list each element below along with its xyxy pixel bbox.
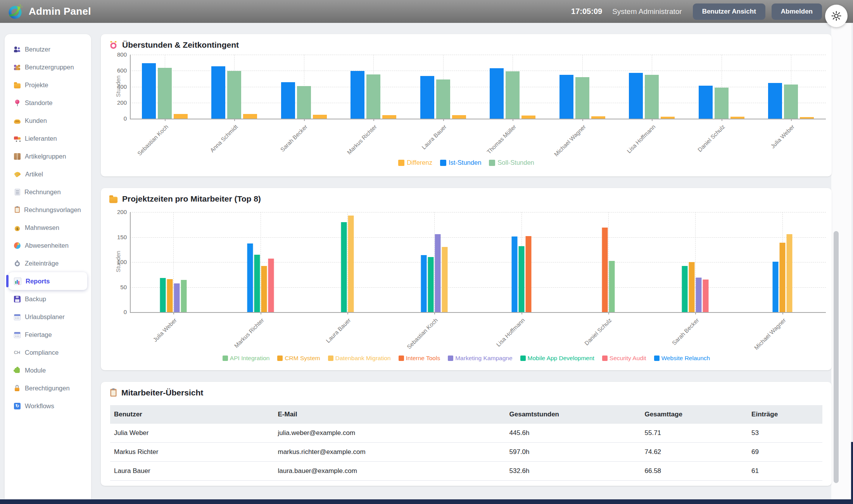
bar-sarah-becker-marketing-kampagne <box>696 278 702 312</box>
table-cell-benutzer: Markus Richter <box>110 443 274 462</box>
sidebar-item-label: Feiertage <box>25 331 52 338</box>
sidebar-item-artikelgruppen[interactable]: Artikelgruppen <box>9 147 87 165</box>
calendar-icon <box>14 332 21 338</box>
legend-item-api-integration[interactable]: API Integration <box>223 355 270 362</box>
marketing-kampagne-swatch-icon <box>448 356 453 361</box>
sidebar-item-projekte[interactable]: Projekte <box>9 76 87 94</box>
x-axis-label-sarah-becker: Sarah Becker <box>670 317 700 346</box>
legend-label: Mobile App Development <box>528 355 594 362</box>
bar-group-michael-wagner <box>559 55 605 119</box>
gridline-y150 <box>130 237 826 238</box>
x-axis-tick <box>791 119 792 121</box>
legend-label: Interne Tools <box>406 355 440 362</box>
sidebar-item-reports[interactable]: Reports <box>9 272 87 290</box>
card-employee-table: Mitarbeiter-Übersicht BenutzerE-MailGesa… <box>101 382 832 486</box>
sidebar-item-label: Benutzer <box>25 46 50 53</box>
sidebar-item-urlaubsplaner[interactable]: Urlaubsplaner <box>9 308 87 326</box>
table-row: Julia Weberjulia.weber@example.com445.6h… <box>110 424 822 443</box>
sidebar-item-zeiteintraege[interactable]: Zeiteinträge <box>9 254 87 272</box>
legend-item-interne-tools[interactable]: Interne Tools <box>399 355 440 362</box>
sidebar-item-rechnungsvorlagen[interactable]: Rechnungsvorlagen <box>9 201 87 219</box>
x-axis-label-thomas-mueller: Thomas Müller <box>485 123 517 155</box>
table-header-eintraege: Einträge <box>748 405 822 424</box>
sidebar-item-label: Workflows <box>25 402 54 410</box>
y-axis-label: Stunden <box>115 75 121 97</box>
y-axis-tick-800: 800 <box>105 51 127 58</box>
x-axis-label-laura-bauer: Laura Bauer <box>325 317 352 344</box>
header-bar: Admin Panel 17:05:09 System Administrato… <box>0 0 853 23</box>
x-axis-label-julia-weber: Julia Weber <box>769 123 796 150</box>
table-cell-eintraege: 61 <box>748 462 822 481</box>
bar-michael-wagner-website-relaunch <box>772 262 778 312</box>
legend-item-soll-stunden[interactable]: Soll-Stunden <box>489 159 534 166</box>
legend-label: Security Audit <box>610 355 646 362</box>
legend-label: API Integration <box>230 355 270 362</box>
legend-item-security-audit[interactable]: Security Audit <box>602 355 646 362</box>
bar-anna-schmidt-ist-stunden <box>211 66 225 119</box>
legend-item-datenbank-migration[interactable]: Datenbank Migration <box>328 355 391 362</box>
x-axis-label-michael-wagner: Michael Wagner <box>753 317 787 351</box>
x-axis-label-michael-wagner: Michael Wagner <box>553 123 587 157</box>
table-cell-gesamtstunden: 597.0h <box>506 443 641 462</box>
x-axis-tick <box>434 312 435 314</box>
legend-item-marketing-kampagne[interactable]: Marketing Kampagne <box>448 355 512 362</box>
sidebar-item-label: Abwesenheiten <box>25 242 69 249</box>
bar-laura-bauer-mobile-app-development <box>341 222 347 312</box>
users-icon <box>14 46 21 53</box>
bar-sarah-becker-soll-stunden <box>297 86 311 119</box>
legend-item-mobile-app-development[interactable]: Mobile App Development <box>520 355 594 362</box>
clock: 17:05:09 <box>571 7 602 16</box>
bar-group-julia-weber <box>768 55 814 119</box>
sidebar-item-benutzergruppen[interactable]: Benutzergruppen <box>9 58 87 76</box>
user-view-button[interactable]: Benutzer Ansicht <box>693 3 765 20</box>
interne-tools-swatch-icon <box>399 356 404 361</box>
x-axis-tick <box>261 312 261 314</box>
bar-lisa-hoffmann-interne-tools <box>525 236 531 312</box>
gridline-y50 <box>130 287 826 288</box>
bar-laura-bauer-datenbank-migration <box>348 216 354 312</box>
sidebar-item-rechnungen[interactable]: Rechnungen <box>9 183 87 201</box>
legend-label: Differenz <box>407 159 432 166</box>
sidebar-item-mahnwesen[interactable]: Mahnwesen <box>9 219 87 236</box>
bar-lisa-hoffmann-differenz <box>661 117 675 119</box>
bar-sebastian-koch-differenz <box>174 114 188 119</box>
sidebar-item-lieferanten[interactable]: Lieferanten <box>9 129 87 147</box>
sun-icon <box>831 11 841 21</box>
sidebar-item-standorte[interactable]: Standorte <box>9 94 87 112</box>
sidebar-item-workflows[interactable]: Workflows <box>9 397 87 415</box>
legend-item-ist-stunden[interactable]: Ist-Stunden <box>440 159 481 166</box>
tag-icon <box>14 171 21 178</box>
gridline-y100 <box>130 262 826 262</box>
legend-item-differenz[interactable]: Differenz <box>398 159 432 166</box>
sidebar-item-feiertage[interactable]: Feiertage <box>9 326 87 343</box>
scrollbar-thumb[interactable] <box>834 231 839 483</box>
sidebar-item-label: Standorte <box>25 99 53 107</box>
sidebar-item-compliance[interactable]: Compliance <box>9 343 87 361</box>
legend-item-website-relaunch[interactable]: Website Relaunch <box>654 355 710 362</box>
legend-item-crm-system[interactable]: CRM System <box>277 355 320 362</box>
bar-markus-richter-crm-system <box>261 266 267 312</box>
bar-group-sarah-becker <box>281 55 327 119</box>
sidebar-item-backup[interactable]: Backup <box>9 290 87 308</box>
bar-group-laura-bauer <box>420 55 466 119</box>
puzzle-icon <box>15 368 20 373</box>
sidebar-item-artikel[interactable]: Artikel <box>9 165 87 183</box>
card-title-text: Überstunden & Zeitkontingent <box>122 40 239 50</box>
sidebar-item-berechtigungen[interactable]: Berechtigungen <box>9 379 87 397</box>
sidebar-item-benutzer[interactable]: Benutzer <box>9 40 87 58</box>
bar-sarah-becker-crm-system <box>689 262 695 312</box>
x-axis-tick <box>521 312 522 314</box>
sidebar-item-module[interactable]: Module <box>9 361 87 379</box>
bar-julia-weber-mobile-app-development <box>160 278 166 312</box>
bar-sarah-becker-mobile-app-development <box>682 266 688 312</box>
sidebar-item-kunden[interactable]: Kunden <box>9 112 87 129</box>
table-header-gesamttage: Gesamttage <box>641 405 748 424</box>
sidebar-item-label: Kunden <box>25 117 47 124</box>
stopwatch-icon <box>14 260 21 267</box>
sidebar-item-abwesenheiten[interactable]: Abwesenheiten <box>9 236 87 254</box>
logout-button[interactable]: Abmelden <box>772 3 822 20</box>
bar-markus-richter-ist-stunden <box>351 71 364 119</box>
theme-toggle-button[interactable] <box>825 5 848 27</box>
sidebar-item-label: Artikelgruppen <box>25 153 66 160</box>
mobile-app-development-swatch-icon <box>520 356 526 361</box>
